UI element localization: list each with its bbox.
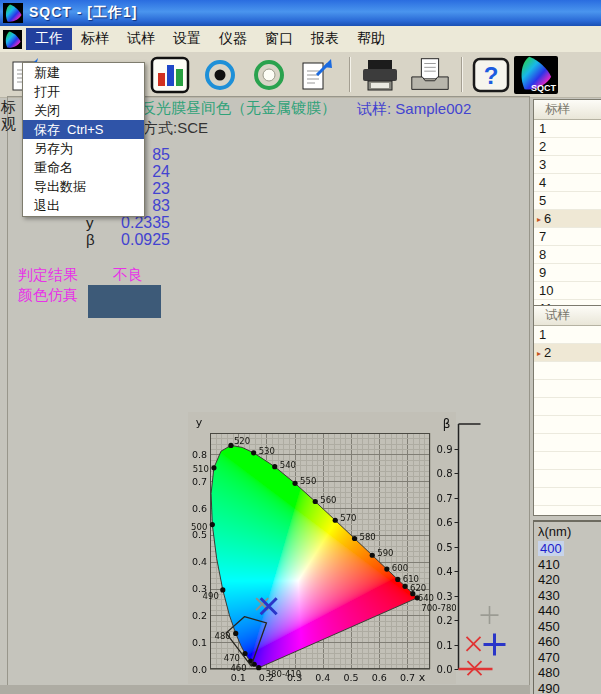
menu-item-4[interactable]: 仪器 — [210, 28, 256, 50]
file-menu-item-4[interactable]: 另存为 — [23, 139, 144, 158]
svg-text:SQCT: SQCT — [531, 83, 557, 93]
toolbar-separator — [461, 57, 463, 92]
wavelength-row-420[interactable]: 420 — [534, 572, 601, 588]
help-icon: ? — [469, 55, 513, 95]
standard_panel-row-3[interactable]: 3 — [534, 156, 601, 174]
standard_panel-row-label: 5 — [539, 193, 546, 208]
wavelength-list-panel: λ(nm) 400410420430440450460470480490 — [533, 520, 601, 694]
beta-value-label: β — [86, 231, 95, 248]
sample-list-header[interactable]: 试样 — [534, 306, 601, 326]
toolbar-separator — [349, 57, 351, 92]
sample_panel-row-label: 2 — [544, 345, 551, 360]
color-simulation-label: 颜色仿真 — [18, 286, 78, 305]
judgement-result: 不良 — [113, 266, 143, 285]
measure-target-icon — [198, 55, 242, 95]
measure-sample-icon — [247, 55, 291, 95]
sample_panel-row-2[interactable]: ▸2 — [534, 344, 601, 362]
wavelength-row-410[interactable]: 410 — [534, 557, 601, 573]
wavelength-value: 490 — [538, 681, 560, 694]
standard_panel-row-2[interactable]: 2 — [534, 138, 601, 156]
standard_panel-row-9[interactable]: 9 — [534, 264, 601, 282]
application-window: SQCT - [工作1] 工作标样试样设置仪器窗口报表帮助 — [0, 0, 601, 694]
sample_panel-empty-row — [534, 398, 601, 416]
standard_panel-row-8[interactable]: 8 — [534, 246, 601, 264]
standard_panel-row-label: 1 — [539, 121, 546, 136]
print-button[interactable] — [357, 55, 403, 95]
sample_panel-empty-row — [534, 434, 601, 452]
sqct-logo-button[interactable]: SQCT — [513, 55, 559, 95]
menu-item-7[interactable]: 帮助 — [348, 28, 394, 50]
file-menu-item-shortcut: Ctrl+S — [67, 122, 103, 137]
wavelength-row-440[interactable]: 440 — [534, 603, 601, 619]
wavelength-list-header: λ(nm) — [534, 522, 601, 541]
file-menu-item-0[interactable]: 新建 — [23, 63, 144, 82]
sample_panel-row-1[interactable]: 1 — [534, 326, 601, 344]
wavelength-row-450[interactable]: 450 — [534, 619, 601, 635]
standard-list-panel: 标样 12345▸67891011 — [533, 99, 601, 306]
menu-item-1[interactable]: 标样 — [72, 28, 118, 50]
file-menu-item-6[interactable]: 导出数据 — [23, 177, 144, 196]
wavelength-row-490[interactable]: 490 — [534, 681, 601, 694]
standard-list-header[interactable]: 标样 — [534, 100, 601, 120]
current-row-marker-icon: ▸ — [537, 215, 541, 224]
wavelength-value: 440 — [538, 603, 560, 618]
menu-item-3[interactable]: 设置 — [164, 28, 210, 50]
standard_panel-row-7[interactable]: 7 — [534, 228, 601, 246]
standard_panel-row-label: 8 — [539, 247, 546, 262]
window-frame-bottom — [0, 685, 530, 694]
measure-mode: 方式:SCE — [143, 119, 208, 138]
svg-text:?: ? — [484, 62, 499, 89]
wavelength-row-400[interactable]: 400 — [534, 541, 601, 557]
wavelength-row-480[interactable]: 480 — [534, 665, 601, 681]
wavelength-row-470[interactable]: 470 — [534, 650, 601, 666]
standard_panel-row-label: 4 — [539, 175, 546, 190]
menu-item-0[interactable]: 工作 — [26, 28, 72, 50]
standard_panel-row-10[interactable]: 10 — [534, 282, 601, 300]
help-button[interactable]: ? — [468, 55, 514, 95]
standard_panel-row-4[interactable]: 4 — [534, 174, 601, 192]
file-menu-item-label: 重命名 — [34, 160, 73, 175]
standard_panel-row-6[interactable]: ▸6 — [534, 210, 601, 228]
standard_panel-row-5[interactable]: 5 — [534, 192, 601, 210]
file-menu-item-7[interactable]: 退出 — [23, 196, 144, 215]
print-output-icon — [407, 55, 453, 95]
sample_panel-empty-row — [534, 416, 601, 434]
beta-axis — [433, 412, 513, 684]
file-menu-item-2[interactable]: 关闭 — [23, 101, 144, 120]
measure-sample-button[interactable] — [246, 55, 292, 95]
wavelength-row-430[interactable]: 430 — [534, 588, 601, 604]
measure-target-button[interactable] — [197, 55, 243, 95]
sample_panel-empty-row — [534, 470, 601, 488]
menu-items: 工作标样试样设置仪器窗口报表帮助 — [26, 28, 394, 50]
document-export-button[interactable] — [294, 55, 340, 95]
file-menu-item-1[interactable]: 打开 — [23, 82, 144, 101]
current-row-marker-icon: ▸ — [537, 349, 541, 358]
wavelength-value: 450 — [538, 619, 560, 634]
file-menu-item-label: 退出 — [34, 198, 60, 213]
sample_panel-empty-row — [534, 362, 601, 380]
title-bar: SQCT - [工作1] — [0, 0, 601, 26]
sample_panel-empty-row — [534, 452, 601, 470]
file-menu-dropdown: 新建打开关闭保存Ctrl+S另存为重命名导出数据退出 — [22, 62, 145, 217]
menu-item-6[interactable]: 报表 — [302, 28, 348, 50]
wavelength-row-460[interactable]: 460 — [534, 634, 601, 650]
menu-item-2[interactable]: 试样 — [118, 28, 164, 50]
menu-item-5[interactable]: 窗口 — [256, 28, 302, 50]
print-output-button[interactable] — [407, 55, 453, 95]
file-menu-item-label: 新建 — [34, 65, 60, 80]
file-menu-item-3[interactable]: 保存Ctrl+S — [23, 120, 144, 139]
standard_panel-row-label: 3 — [539, 157, 546, 172]
file-menu-item-5[interactable]: 重命名 — [23, 158, 144, 177]
mdi-child-icon[interactable] — [3, 30, 22, 49]
file-menu-item-label: 导出数据 — [34, 179, 86, 194]
file-menu-item-label: 打开 — [34, 84, 60, 99]
sample_panel-empty-row — [534, 506, 601, 516]
wavelength-value: 480 — [538, 665, 560, 680]
standard_panel-row-1[interactable]: 1 — [534, 120, 601, 138]
judgement-label: 判定结果 — [18, 266, 78, 285]
wavelength-value: 460 — [538, 634, 560, 649]
menu-bar: 工作标样试样设置仪器窗口报表帮助 — [0, 26, 601, 53]
color-simulation-swatch — [88, 285, 161, 318]
observer-line-clipped: 观 — [1, 115, 16, 134]
bar-chart-button[interactable] — [147, 55, 193, 95]
